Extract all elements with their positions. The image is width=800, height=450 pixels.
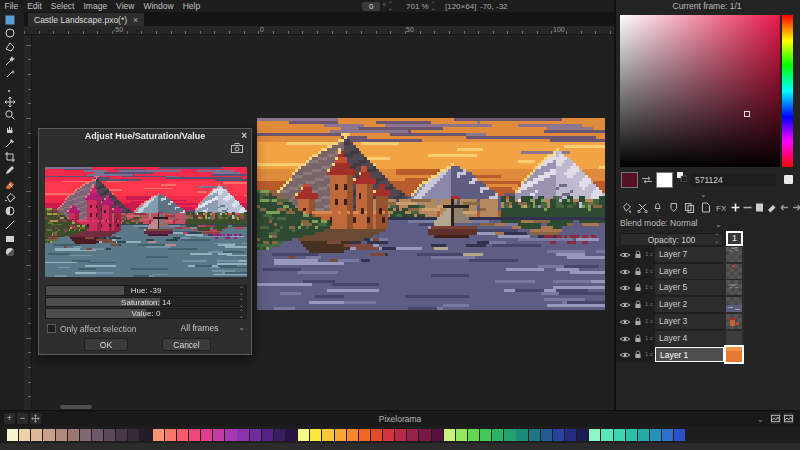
tool-crop[interactable]: [3, 150, 17, 163]
frame-header[interactable]: 1: [726, 231, 743, 246]
layer-name-button[interactable]: Layer 4: [655, 331, 724, 346]
layer-row[interactable]: 1 cLayer 6: [616, 264, 800, 279]
button-move-layer-right[interactable]: [791, 201, 800, 214]
button-cel-bell[interactable]: [650, 201, 665, 214]
layer-lock-icon[interactable]: [634, 300, 642, 309]
palette-swatch[interactable]: [650, 429, 661, 441]
button-add-layer[interactable]: [729, 201, 741, 214]
palette-swatch[interactable]: [201, 429, 212, 441]
tool-lasso[interactable]: [3, 82, 17, 95]
palette-swatch[interactable]: [153, 429, 164, 441]
palette-swatch[interactable]: [7, 429, 18, 441]
blend-mode-dropdown[interactable]: Blend mode: Normal⌄: [620, 218, 792, 231]
expand-picker-button[interactable]: [784, 175, 793, 184]
palette-swatch[interactable]: [383, 429, 394, 441]
button-move-layer-left[interactable]: [778, 201, 790, 214]
palette-swatch[interactable]: [213, 429, 224, 441]
button-clone-layer[interactable]: [754, 201, 766, 214]
layer-thumbnail[interactable]: [726, 314, 742, 329]
palette-swatch[interactable]: [371, 429, 382, 441]
picker-collapse-chevron-icon[interactable]: ⌄: [700, 191, 707, 199]
button-remove-layer[interactable]: [741, 201, 753, 214]
layer-thumbnail[interactable]: [726, 347, 742, 362]
slider-spinner-icon[interactable]: ⌃⌄: [239, 287, 244, 295]
layer-thumbnail[interactable]: [726, 264, 742, 279]
tab-close-icon[interactable]: ×: [133, 15, 138, 25]
hue-slider[interactable]: [782, 15, 793, 167]
palette-swatch[interactable]: [80, 429, 91, 441]
layer-lock-icon[interactable]: [634, 283, 642, 292]
tool-pencil[interactable]: [3, 164, 17, 177]
zoom-control[interactable]: 701 % ⌃⌄: [406, 0, 436, 12]
sv-picker[interactable]: [620, 15, 780, 167]
tool-eraser[interactable]: [3, 177, 17, 190]
button-cel-fx[interactable]: FX: [713, 201, 728, 214]
palette-swatch[interactable]: [601, 429, 612, 441]
palette-chevron-icon[interactable]: ⌄: [757, 415, 764, 424]
tool-color-select[interactable]: [3, 54, 17, 67]
palette-swatch[interactable]: [298, 429, 309, 441]
palette-swatch[interactable]: [19, 429, 30, 441]
palette-swatch[interactable]: [492, 429, 503, 441]
palette-swatch[interactable]: [68, 429, 79, 441]
tool-rectangle-select[interactable]: [3, 13, 17, 26]
palette-swatch[interactable]: [407, 429, 418, 441]
menu-item-view[interactable]: View: [112, 0, 139, 12]
palette-swatch[interactable]: [43, 429, 54, 441]
button-cel-bucket[interactable]: [619, 201, 634, 214]
default-colors-icon[interactable]: [677, 172, 687, 182]
tool-line[interactable]: [3, 219, 17, 232]
button-cel-tag[interactable]: [666, 201, 681, 214]
opacity-spinner-icon[interactable]: ⌃⌄: [714, 234, 719, 244]
tool-ellipse-select[interactable]: [3, 27, 17, 40]
palette-swatch[interactable]: [419, 429, 430, 441]
palette-swatch[interactable]: [56, 429, 67, 441]
menu-item-help[interactable]: Help: [178, 0, 204, 12]
menu-item-file[interactable]: File: [0, 0, 23, 12]
rotation-value[interactable]: 0: [362, 2, 380, 11]
palette-swatch[interactable]: [104, 429, 115, 441]
layer-row[interactable]: 1 cLayer 5: [616, 280, 800, 295]
palette-swatch[interactable]: [577, 429, 588, 441]
layer-lock-icon[interactable]: [634, 267, 642, 276]
palette-swatch[interactable]: [529, 429, 540, 441]
palette-swatch[interactable]: [516, 429, 527, 441]
ok-button[interactable]: OK: [84, 338, 128, 351]
tool-ellipse[interactable]: [3, 246, 17, 259]
palette-swatch[interactable]: [310, 429, 321, 441]
dialog-close-button[interactable]: ×: [241, 130, 247, 141]
layer-lock-icon[interactable]: [634, 317, 642, 326]
secondary-color-swatch[interactable]: [656, 172, 673, 188]
button-cel-copy[interactable]: [682, 201, 697, 214]
play-animation-icon[interactable]: [783, 413, 794, 424]
palette-swatch[interactable]: [553, 429, 564, 441]
primary-color-swatch[interactable]: [621, 172, 638, 188]
tool-shading[interactable]: [3, 205, 17, 218]
button-cel-page[interactable]: [698, 201, 713, 214]
cancel-button[interactable]: Cancel: [162, 338, 211, 351]
copy-from-canvas-icon[interactable]: [231, 143, 243, 153]
menu-item-window[interactable]: Window: [139, 0, 178, 12]
layer-thumbnail[interactable]: [726, 280, 742, 295]
layer-thumbnail[interactable]: [726, 331, 742, 346]
palette-swatch[interactable]: [444, 429, 455, 441]
palette-swatch[interactable]: [116, 429, 127, 441]
layer-row[interactable]: 1 cLayer 2: [616, 297, 800, 312]
tool-move[interactable]: [3, 95, 17, 108]
palette-swatch[interactable]: [177, 429, 188, 441]
button-cel-scissors[interactable]: [635, 201, 650, 214]
palette-swatch[interactable]: [165, 429, 176, 441]
layer-visibility-icon[interactable]: [619, 351, 631, 359]
palette-swatch[interactable]: [189, 429, 200, 441]
layer-name-button[interactable]: Layer 7: [655, 247, 724, 262]
palette-swatch[interactable]: [638, 429, 649, 441]
layer-row[interactable]: 1 cLayer 7: [616, 247, 800, 262]
rotation-spinner[interactable]: ⌃⌄: [388, 2, 393, 10]
layer-lock-icon[interactable]: [634, 350, 642, 359]
vertical-ruler[interactable]: [24, 35, 32, 410]
palette-swatch[interactable]: [31, 429, 42, 441]
layer-visibility-icon[interactable]: [619, 318, 631, 326]
rotation-control[interactable]: 0 ° ⌃⌄: [362, 0, 393, 12]
palette-swatch[interactable]: [274, 429, 285, 441]
palette-swatch[interactable]: [565, 429, 576, 441]
